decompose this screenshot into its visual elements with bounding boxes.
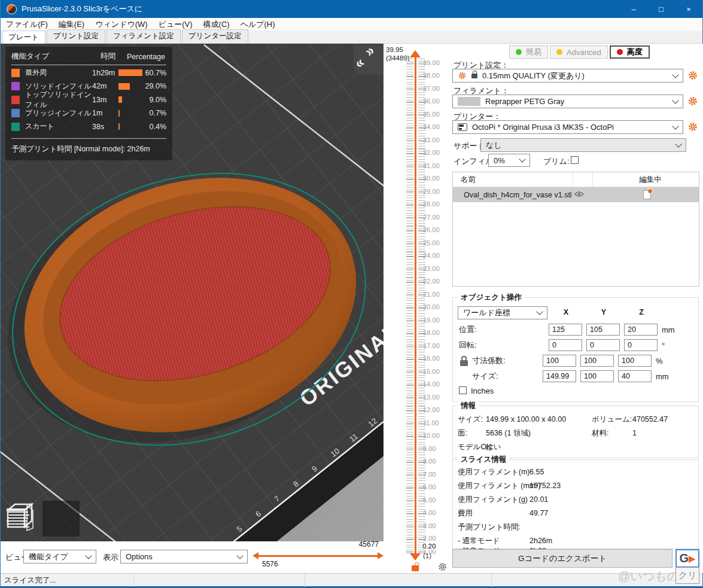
eye-icon[interactable] <box>574 191 584 199</box>
feature-percentage: 0.4% <box>145 123 166 131</box>
manipulation-input-x[interactable] <box>549 324 582 336</box>
layer-slider-ticks-left <box>406 59 413 554</box>
support-combo[interactable]: なし <box>480 138 686 152</box>
layer-slider-track[interactable] <box>415 57 416 555</box>
show-options-combo[interactable]: Options <box>120 550 248 563</box>
mode-button-label: Advanced <box>567 48 601 57</box>
menu-bar: ファイル(F)編集(E)ウィンドウ(W)ビュー(V)構成(C)ヘルプ(H) <box>1 18 702 31</box>
maximize-button[interactable]: □ <box>647 0 675 18</box>
menu-item-編集(E)[interactable]: 編集(E) <box>53 19 90 30</box>
manipulation-input-x[interactable] <box>549 339 582 351</box>
mode-button-高度[interactable]: 高度 <box>610 45 650 59</box>
menu-item-ウィンドウ(W)[interactable]: ウィンドウ(W) <box>90 19 153 30</box>
double-chevron-icon: « <box>354 54 368 72</box>
unlock-icon[interactable] <box>412 565 419 572</box>
filament-value: Reprapper PETG Gray <box>485 97 564 106</box>
export-gcode-quick-button[interactable]: G ▶ <box>675 549 699 568</box>
layer-slider-lower-handle[interactable] <box>410 553 421 560</box>
manipulation-input-y[interactable] <box>580 370 614 382</box>
minimize-button[interactable]: – <box>620 0 647 18</box>
slice-info-row: 使用フィラメント(m)6.55 <box>458 467 544 477</box>
move-slider-max: 45677 <box>334 540 379 549</box>
menu-item-ファイル(F)[interactable]: ファイル(F) <box>1 19 53 30</box>
menu-item-ヘルプ(H)[interactable]: ヘルプ(H) <box>235 19 281 30</box>
filament-gear-button[interactable] <box>686 95 699 108</box>
manipulation-unit: % <box>656 357 663 365</box>
object-name: Oval_dish_h4cm_for_vase v1.stl <box>464 191 572 199</box>
edit-icon[interactable] <box>643 190 651 199</box>
coordinates-combo[interactable]: ワールド座標 <box>458 306 547 319</box>
manipulation-input-z[interactable] <box>618 370 652 382</box>
manipulation-row-label: 位置: <box>459 324 549 335</box>
feature-color-swatch <box>11 82 20 90</box>
tab-プレート[interactable]: プレート <box>2 31 45 44</box>
feature-percentage-bar <box>118 96 122 103</box>
feature-time: 38s <box>92 123 118 131</box>
gear-icon <box>458 71 467 80</box>
manipulation-input-x[interactable] <box>543 370 576 382</box>
status-bar: スライス完了... <box>1 573 702 586</box>
legend-col-percentage: Percentage <box>127 53 166 61</box>
view-type-combo[interactable]: 機能タイプ <box>23 550 96 563</box>
object-list-col-editing: 編集中 <box>626 175 674 185</box>
sidebar: 簡易Advanced高度 プリント設定： 0.15mm QUALITY (変更あ… <box>452 44 703 573</box>
print-settings-combo[interactable]: 0.15mm QUALITY (変更あり) <box>452 69 683 83</box>
tab-プリント設定[interactable]: プリント設定 <box>47 29 105 43</box>
info-title: 情報 <box>458 401 479 411</box>
manipulation-row: 位置:mm <box>453 323 698 336</box>
brim-checkbox[interactable] <box>571 156 579 164</box>
mode-button-簡易[interactable]: 簡易 <box>509 45 548 59</box>
manipulation-row-label: 回転: <box>459 340 549 351</box>
3d-viewport[interactable]: 5678910111213 ORIGINAL 機能タイプ 時間 Percenta… <box>1 44 384 541</box>
collapse-sidebar-button[interactable]: » « <box>354 45 384 75</box>
manipulation-input-z[interactable] <box>624 324 658 336</box>
manipulation-row-label: 寸法係数: <box>472 355 543 366</box>
print-settings-gear-button[interactable] <box>686 69 699 82</box>
tab-プリンター設定[interactable]: プリンター設定 <box>182 29 248 43</box>
move-slider-left-handle[interactable] <box>252 552 258 559</box>
gear-icon[interactable] <box>437 562 448 573</box>
legend-row: トップソリッドインフィル13m9.0% <box>11 94 166 106</box>
manipulation-input-z[interactable] <box>624 339 658 351</box>
uniform-scale-lock-icon[interactable] <box>460 360 468 366</box>
tab-フィラメント設定[interactable]: フィラメント設定 <box>106 29 181 43</box>
slice-info-value: 15752.23 <box>529 482 561 490</box>
manipulation-unit: mm <box>662 325 675 334</box>
info-value: 1 <box>632 429 637 437</box>
menu-item-ビュー(V)[interactable]: ビュー(V) <box>153 19 198 30</box>
printer-combo[interactable]: OctoPi * Original Prusa i3 MK3S - OctoPi <box>452 120 683 134</box>
axis-header-Z: Z <box>635 308 647 316</box>
object-list-row[interactable]: Oval_dish_h4cm_for_vase v1.stl <box>453 187 699 202</box>
manipulation-input-y[interactable] <box>586 324 620 336</box>
infill-combo[interactable]: 0% <box>488 154 530 167</box>
watermark-text: @いつもの <box>618 568 679 584</box>
printer-gear-button[interactable] <box>686 120 699 133</box>
manipulation-input-y[interactable] <box>580 355 614 367</box>
feature-bar-column <box>118 110 145 117</box>
inches-checkbox[interactable] <box>459 386 467 394</box>
legend-row: ブリッジインフィル1m0.7% <box>11 108 166 120</box>
move-slider-track[interactable] <box>258 555 378 557</box>
show-options-value: Options <box>126 552 153 561</box>
export-gcode-button[interactable]: Gコードのエクスポート <box>452 549 672 568</box>
chevron-down-icon <box>519 156 525 162</box>
status-message: スライス完了... <box>4 575 56 586</box>
close-button[interactable]: × <box>675 0 702 18</box>
feature-color-swatch <box>11 109 20 117</box>
manipulation-input-z[interactable] <box>618 355 652 367</box>
menu-item-構成(C)[interactable]: 構成(C) <box>198 19 235 30</box>
preview-view-button[interactable] <box>42 501 80 537</box>
move-slider-right-handle[interactable] <box>378 552 384 559</box>
manipulation-unit: ° <box>662 341 665 350</box>
feature-percentage: 60.7% <box>145 69 166 77</box>
gcode-icon: G <box>679 552 689 565</box>
mode-button-Advanced[interactable]: Advanced <box>550 45 608 59</box>
layer-slider-upper-handle[interactable] <box>410 50 421 57</box>
filament-combo[interactable]: Reprapper PETG Gray <box>452 95 683 108</box>
info-label: モデルOK: <box>458 442 486 452</box>
manipulation-input-x[interactable] <box>543 355 576 367</box>
info-label: ボリューム: <box>592 415 632 425</box>
double-chevron-icon: » <box>361 45 378 60</box>
object-list-col-name: 名前 <box>461 175 476 185</box>
manipulation-input-y[interactable] <box>586 339 620 351</box>
